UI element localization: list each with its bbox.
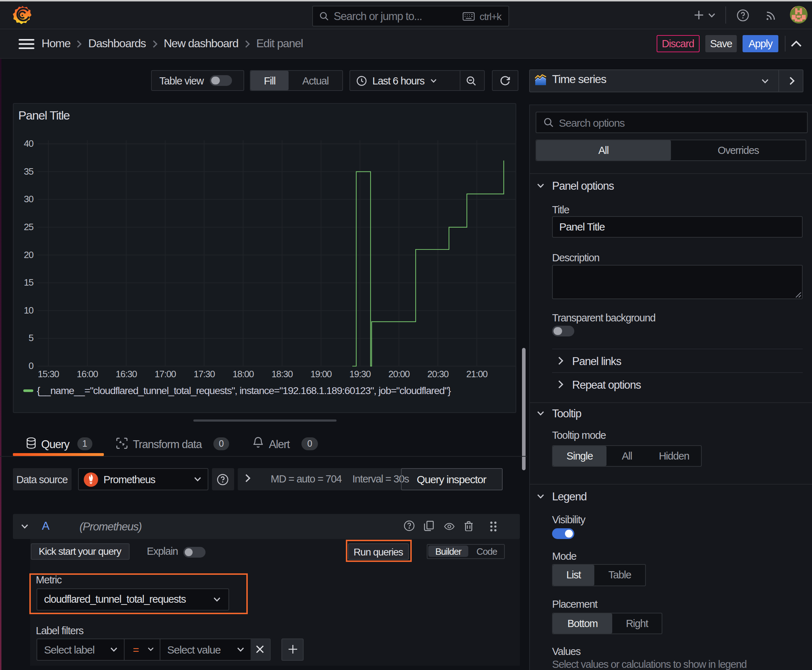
svg-text:0: 0 — [28, 360, 33, 371]
svg-text:19:30: 19:30 — [349, 368, 371, 379]
svg-text:19:00: 19:00 — [310, 368, 332, 379]
svg-text:40: 40 — [23, 138, 33, 149]
svg-text:25: 25 — [23, 221, 33, 232]
svg-text:15:30: 15:30 — [37, 368, 59, 379]
svg-text:20:00: 20:00 — [388, 368, 410, 379]
svg-text:{__name__="cloudflared_tunnel_: {__name__="cloudflared_tunnel_total_requ… — [37, 384, 450, 396]
svg-text:15: 15 — [23, 277, 33, 288]
svg-text:17:00: 17:00 — [154, 368, 176, 379]
svg-text:17:30: 17:30 — [193, 368, 215, 379]
svg-text:16:30: 16:30 — [115, 368, 137, 379]
svg-text:16:00: 16:00 — [76, 368, 98, 379]
svg-text:30: 30 — [23, 193, 33, 204]
svg-text:10: 10 — [23, 305, 33, 315]
svg-text:18:30: 18:30 — [271, 368, 293, 379]
svg-text:35: 35 — [23, 166, 33, 176]
svg-text:5: 5 — [28, 332, 33, 343]
svg-text:20: 20 — [23, 249, 33, 260]
svg-text:20:30: 20:30 — [427, 368, 448, 379]
svg-text:21:00: 21:00 — [466, 368, 487, 379]
svg-text:18:00: 18:00 — [232, 368, 253, 379]
